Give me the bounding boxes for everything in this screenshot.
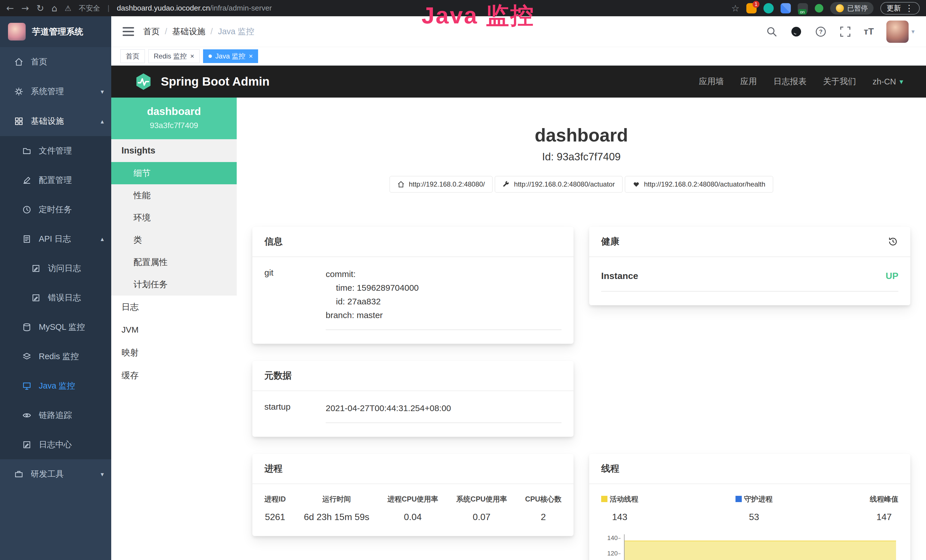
sidebar-item-jvm[interactable]: JVM	[111, 318, 237, 341]
sidebar-item-error-logs[interactable]: 错误日志	[0, 283, 111, 312]
sidebar-item-mysql-monitor[interactable]: MySQL 监控	[0, 312, 111, 342]
legend-label: 活动线程	[610, 495, 638, 503]
sidebar-item-access-logs[interactable]: 访问日志	[0, 254, 111, 283]
sidebar-item-logs[interactable]: 日志	[111, 295, 237, 318]
threads-legend: 活动线程 143 守护进程 53 线程峰值 14	[601, 494, 898, 522]
sidebar-item-tracing[interactable]: 链路追踪	[0, 401, 111, 430]
sidebar-item-caches[interactable]: 缓存	[111, 364, 237, 387]
font-size-icon[interactable]: тT	[864, 26, 874, 37]
app-sidebar: 芋道管理系统 首页 系统管理 ▾ 基础设施 ▴ 文件管理	[0, 16, 111, 560]
breadcrumb-item[interactable]: 首页	[143, 26, 160, 37]
metadata-card-body: startup 2021-04-27T00:44:31.254+08:00	[253, 391, 573, 437]
sba-nav-applications[interactable]: 应用	[740, 76, 757, 87]
paused-badge[interactable]: 已暂停	[830, 2, 873, 15]
tab-java-monitor[interactable]: Java 监控 ×	[203, 49, 258, 63]
threads-chart: 140 120 100	[601, 534, 898, 560]
sba-nav-wallboard[interactable]: 应用墙	[699, 76, 724, 87]
sidebar-item-label: 文件管理	[39, 145, 72, 157]
sidebar-item-label: 基础设施	[31, 115, 64, 127]
sidebar-item-label: 配置管理	[39, 175, 72, 186]
sidebar-item-file-management[interactable]: 文件管理	[0, 136, 111, 165]
tab-close-icon[interactable]: ×	[249, 53, 253, 60]
insight-item-classes[interactable]: 类	[111, 229, 237, 251]
threads-chart-y-axis: 140 120 100	[601, 534, 624, 560]
sidebar-item-scheduled-jobs[interactable]: 定时任务	[0, 195, 111, 224]
tab-home[interactable]: 首页	[120, 49, 145, 63]
sidebar-item-label: 研发工具	[31, 468, 64, 480]
bookmark-star-icon[interactable]: ☆	[731, 4, 740, 13]
chevron-down-icon: ▾	[899, 77, 903, 86]
search-icon[interactable]	[766, 26, 778, 38]
breadcrumb-item[interactable]: 基础设施	[172, 26, 205, 37]
home-icon	[14, 58, 23, 67]
actuator-url-button[interactable]: http://192.168.0.2:48080/actuator	[495, 176, 623, 192]
home-icon[interactable]: ⌂	[51, 4, 57, 13]
tab-bar: 首页 Redis 监控 × Java 监控 ×	[111, 47, 926, 66]
security-warning-icon: ⚠	[65, 4, 71, 12]
sba-nav-journal[interactable]: 日志报表	[773, 76, 806, 87]
heart-icon	[632, 180, 640, 188]
health-url: http://192.168.0.2:48080/actuator/health	[644, 180, 766, 188]
help-icon[interactable]: ?	[815, 26, 827, 38]
insights-section: Insights 细节 性能 环境 类 配置属性 计划任务	[111, 139, 237, 295]
sidebar-item-label: 链路追踪	[39, 410, 72, 421]
sidebar-item-log-center[interactable]: 日志中心	[0, 430, 111, 459]
insight-item-scheduled-tasks[interactable]: 计划任务	[111, 273, 237, 295]
insights-section-title: Insights	[111, 139, 237, 162]
sidebar-item-redis-monitor[interactable]: Redis 监控	[0, 342, 111, 371]
sidebar-item-home[interactable]: 首页	[0, 47, 111, 77]
locale-selector[interactable]: zh-CN ▾	[873, 77, 903, 86]
update-button[interactable]: 更新 ⋮	[881, 2, 920, 15]
insight-item-environment[interactable]: 环境	[111, 207, 237, 229]
gear-icon	[14, 87, 23, 96]
tab-close-icon[interactable]: ×	[190, 53, 194, 60]
sidebar-item-mappings[interactable]: 映射	[111, 341, 237, 364]
hamburger-icon[interactable]	[123, 27, 134, 36]
git-branch: branch: master	[326, 309, 561, 322]
history-icon[interactable]	[888, 236, 898, 247]
extension-icon[interactable]: 1	[746, 3, 757, 14]
process-card-header: 进程	[253, 454, 573, 484]
sidebar-item-infrastructure[interactable]: 基础设施 ▴	[0, 106, 111, 136]
threads-card: 线程 活动线程 143 守护进程	[589, 454, 910, 560]
process-card-body: 进程ID 5261 运行时间 6d 23h 15m 59s 进程CPU使用率	[253, 484, 573, 536]
health-url-button[interactable]: http://192.168.0.2:48080/actuator/health	[625, 176, 773, 192]
git-info-row: git commit: time: 1596289704000 id: 27aa…	[264, 267, 561, 330]
database-icon	[22, 322, 31, 332]
extension-icon[interactable]: on	[798, 3, 808, 14]
github-icon[interactable]	[790, 26, 802, 38]
extension-icon[interactable]	[815, 4, 823, 12]
reload-icon[interactable]: ↻	[36, 4, 44, 13]
page-subtitle: Id: 93a3fc7f7409	[237, 151, 926, 163]
document-icon	[22, 235, 31, 244]
paused-label: 已暂停	[847, 4, 868, 13]
column-header: 进程CPU使用率	[387, 494, 438, 504]
threads-card-header: 线程	[589, 454, 910, 484]
browser-menu-icon[interactable]: ⋮	[905, 3, 914, 13]
sidebar-item-label: 首页	[31, 56, 47, 68]
extension-icon[interactable]	[781, 3, 791, 14]
sidebar-item-api-logs[interactable]: API 日志 ▴	[0, 224, 111, 254]
sidebar-item-system[interactable]: 系统管理 ▾	[0, 77, 111, 106]
insight-item-details[interactable]: 细节	[111, 162, 237, 184]
sidebar-item-dev-tools[interactable]: 研发工具 ▾	[0, 459, 111, 489]
insight-item-metrics[interactable]: 性能	[111, 184, 237, 207]
tab-redis-monitor[interactable]: Redis 监控 ×	[148, 49, 200, 63]
address-bar[interactable]: dashboard.yudao.iocoder.cn/infra/admin-s…	[117, 4, 272, 12]
git-commit-time: time: 1596289704000	[326, 281, 561, 295]
forward-icon[interactable]: →	[21, 4, 29, 13]
column-header: 系统CPU使用率	[456, 494, 507, 504]
fullscreen-icon[interactable]	[839, 26, 851, 38]
annotation-text: Java 监控	[422, 0, 535, 31]
briefcase-icon	[14, 469, 23, 479]
user-menu[interactable]: ▾	[887, 21, 915, 43]
sidebar-item-label: 定时任务	[39, 204, 72, 215]
service-url-button[interactable]: http://192.168.0.2:48080/	[390, 176, 493, 192]
extension-icon[interactable]	[763, 3, 774, 14]
smiley-icon	[836, 4, 844, 12]
back-icon[interactable]: ←	[6, 4, 14, 13]
insight-item-config-props[interactable]: 配置属性	[111, 251, 237, 273]
sidebar-item-java-monitor[interactable]: Java 监控	[0, 371, 111, 401]
sba-nav-about[interactable]: 关于我们	[823, 76, 856, 87]
sidebar-item-config-management[interactable]: 配置管理	[0, 165, 111, 195]
